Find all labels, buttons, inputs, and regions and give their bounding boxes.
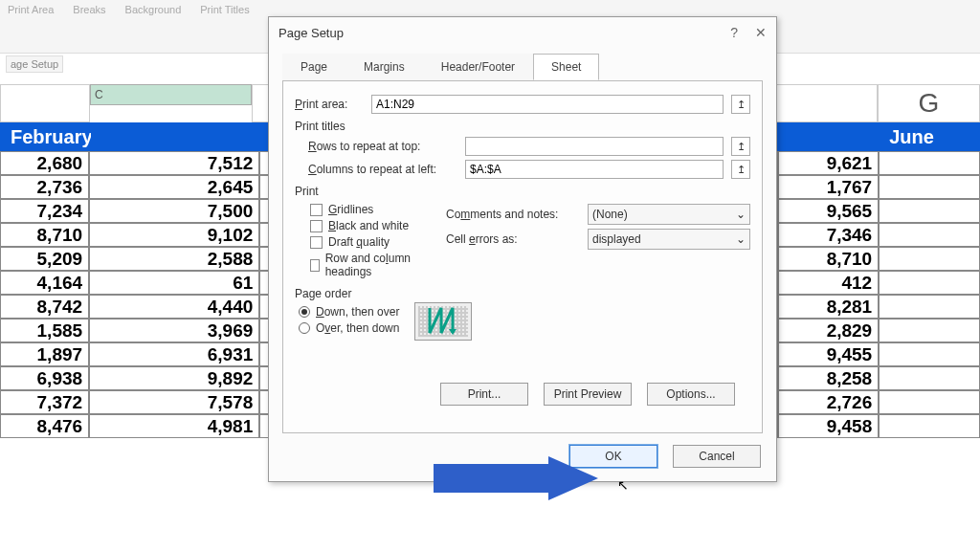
cell[interactable]: 8,710 — [0, 223, 89, 247]
chk-gridlines[interactable]: Gridlines — [310, 203, 419, 216]
cell[interactable]: 6,938 — [0, 366, 89, 390]
cell[interactable]: 412 — [778, 271, 879, 295]
col-header[interactable] — [776, 84, 878, 122]
chevron-down-icon: ⌄ — [736, 208, 746, 221]
cell[interactable]: 3,969 — [89, 319, 259, 342]
cell[interactable]: 7,234 — [0, 199, 89, 223]
cell[interactable]: 9,565 — [778, 199, 879, 223]
cellerrors-label: Cell errors as: — [446, 232, 580, 246]
cols-repeat-input[interactable] — [465, 160, 724, 179]
cell[interactable] — [879, 151, 980, 175]
cell[interactable] — [879, 319, 980, 342]
ribbon-group-label: age Setup — [6, 55, 63, 73]
cell[interactable]: 7,346 — [778, 223, 879, 247]
checkbox-icon — [310, 220, 323, 232]
comments-select[interactable]: (None)⌄ — [588, 204, 750, 225]
cell[interactable]: 4,440 — [89, 295, 259, 319]
cell[interactable] — [879, 199, 980, 223]
ribbon-item[interactable]: Print Area — [8, 4, 54, 15]
month-header[interactable] — [778, 122, 879, 151]
cell[interactable] — [879, 390, 980, 414]
cell[interactable]: 5,209 — [0, 247, 89, 271]
cell[interactable]: 2,736 — [0, 175, 89, 199]
ribbon-item[interactable]: Breaks — [73, 4, 105, 15]
range-picker-icon[interactable]: ↥ — [731, 160, 750, 179]
col-header-c[interactable]: C — [90, 84, 251, 105]
col-header-g[interactable]: G — [878, 84, 980, 122]
cell[interactable] — [879, 223, 980, 247]
print-preview-button[interactable]: Print Preview — [544, 383, 632, 406]
options-button[interactable]: Options... — [647, 383, 735, 406]
tab-page[interactable]: Page — [282, 54, 345, 80]
cursor-icon: ↖ — [617, 477, 629, 493]
radio-down-then-over[interactable]: Down, then over — [299, 305, 399, 319]
cell[interactable]: 2,588 — [89, 247, 259, 271]
chk-rowcol[interactable]: Row and column headings — [310, 252, 419, 278]
ribbon-item[interactable]: Background — [125, 4, 182, 15]
cell[interactable]: 7,372 — [0, 390, 89, 414]
cell[interactable]: 8,258 — [778, 366, 879, 390]
col-header[interactable] — [0, 84, 90, 122]
cell[interactable]: 8,476 — [0, 414, 89, 438]
page-order-icon — [414, 302, 472, 341]
cell[interactable]: 7,578 — [89, 390, 259, 414]
cell[interactable]: 1,897 — [0, 342, 89, 366]
cell[interactable]: 6,931 — [89, 342, 259, 366]
rows-repeat-input[interactable] — [465, 137, 724, 156]
radio-over-then-down[interactable]: Over, then down — [299, 321, 399, 335]
radio-icon — [299, 306, 310, 318]
cell[interactable]: 9,892 — [89, 366, 259, 390]
cell[interactable]: 7,500 — [89, 199, 259, 223]
cell[interactable]: 7,512 — [89, 151, 259, 175]
cell[interactable]: 61 — [89, 271, 259, 295]
cell[interactable]: 2,829 — [778, 319, 879, 342]
page-setup-dialog: Page Setup ? ✕ Page Margins Header/Foote… — [268, 16, 777, 482]
cols-repeat-label: Columns to repeat at left: — [308, 163, 457, 176]
comments-label: Comments and notes: — [446, 208, 580, 221]
print-area-input[interactable] — [371, 95, 724, 114]
cancel-button[interactable]: Cancel — [673, 445, 761, 468]
cellerrors-select[interactable]: displayed⌄ — [588, 229, 750, 250]
cell[interactable] — [879, 414, 980, 438]
cell[interactable]: 8,742 — [0, 295, 89, 319]
cell[interactable]: 1,585 — [0, 319, 89, 342]
range-picker-icon[interactable]: ↥ — [731, 95, 750, 114]
cell[interactable]: 1,767 — [778, 175, 879, 199]
tab-sheet[interactable]: Sheet — [533, 54, 599, 80]
cell[interactable] — [879, 295, 980, 319]
month-header[interactable] — [91, 122, 261, 151]
range-picker-icon[interactable]: ↥ — [731, 137, 750, 156]
help-icon[interactable]: ? — [730, 25, 738, 40]
month-header[interactable]: June — [879, 122, 980, 151]
annotation-arrow — [434, 456, 601, 500]
cell[interactable]: 9,455 — [778, 342, 879, 366]
cell[interactable] — [879, 366, 980, 390]
print-button[interactable]: Print... — [440, 383, 528, 406]
cell[interactable]: 2,726 — [778, 390, 879, 414]
chk-draft[interactable]: Draft quality — [310, 235, 419, 249]
cell[interactable]: 8,710 — [778, 247, 879, 271]
print-area-label: Print area: — [295, 98, 364, 111]
cell[interactable]: 2,680 — [0, 151, 89, 175]
rows-repeat-label: Rows to repeat at top: — [308, 140, 457, 153]
cell[interactable]: 9,102 — [89, 223, 259, 247]
ribbon-item[interactable]: Print Titles — [200, 4, 249, 15]
radio-icon — [299, 322, 310, 334]
cell[interactable]: 2,645 — [89, 175, 259, 199]
cell[interactable]: 4,164 — [0, 271, 89, 295]
pageorder-label: Page order — [295, 287, 750, 300]
cell[interactable] — [879, 247, 980, 271]
svg-marker-0 — [434, 456, 598, 500]
cell[interactable]: 8,281 — [778, 295, 879, 319]
chk-blackwhite[interactable]: Black and white — [310, 219, 419, 232]
tab-headerfooter[interactable]: Header/Footer — [423, 54, 533, 80]
tab-margins[interactable]: Margins — [345, 54, 423, 80]
cell[interactable]: 9,621 — [778, 151, 879, 175]
close-icon[interactable]: ✕ — [755, 25, 767, 40]
month-header[interactable]: February — [0, 122, 91, 151]
cell[interactable] — [879, 342, 980, 366]
cell[interactable]: 4,981 — [89, 414, 259, 438]
cell[interactable] — [879, 175, 980, 199]
cell[interactable]: 9,458 — [778, 414, 879, 438]
cell[interactable] — [879, 271, 980, 295]
